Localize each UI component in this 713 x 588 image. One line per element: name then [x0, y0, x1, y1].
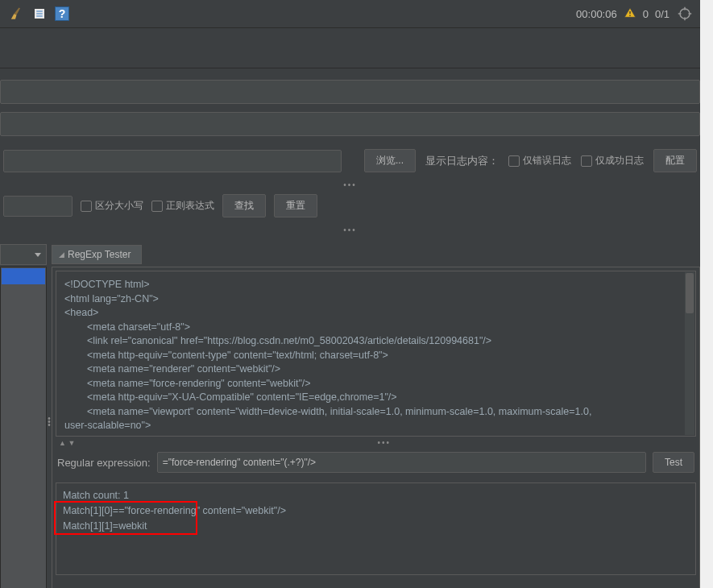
regex-input[interactable]: ="force-rendering" content="(.+?)"/>	[157, 452, 646, 473]
case-sensitive-label: 区分大小写	[95, 199, 143, 213]
regex-row: Regular expression: ="force-rendering" c…	[56, 447, 696, 478]
code-scrollbar[interactable]	[685, 272, 694, 435]
counter-ratio: 0/1	[655, 8, 669, 20]
code-textarea[interactable]: <!DOCTYPE html> <html lang="zh-CN"> <hea…	[56, 271, 696, 437]
arrow-up-down-icon[interactable]: ▲ ▼	[59, 439, 75, 447]
help-icon[interactable]: ?	[55, 6, 69, 21]
sidebar-list[interactable]	[0, 267, 47, 588]
code-line: <link rel="canonical" href="https://blog…	[64, 334, 687, 349]
toolbar-left: ?	[6, 5, 69, 23]
match-count-line: Match count: 1	[63, 488, 689, 503]
code-line: <!DOCTYPE html>	[64, 278, 687, 292]
code-line: <meta name="force-rendering" content="we…	[64, 377, 687, 391]
warning-icon[interactable]	[624, 6, 636, 22]
toolbar-right: 00:00:06 0 0/1	[576, 5, 694, 23]
separator-dots: •••	[0, 224, 700, 236]
target-icon[interactable]	[676, 5, 694, 23]
match-result-line: Match[1][1]=webkit	[63, 519, 689, 534]
code-line: user-scalable=no">	[64, 419, 687, 433]
input-field-1[interactable]	[0, 80, 700, 104]
only-success-label: 仅成功日志	[595, 154, 644, 168]
search-bar: 区分大小写 正则表达式 查找 重置	[0, 191, 700, 224]
content-area: ••• ◢ RegExp Tester <!DOCTYPE html> <htm…	[0, 244, 700, 588]
checkbox-icon	[151, 201, 163, 212]
vertical-gutter[interactable]: •••	[47, 244, 52, 588]
sidebar-active-item[interactable]	[2, 268, 45, 284]
case-sensitive-checkbox[interactable]: 区分大小写	[81, 199, 143, 213]
separator-row: ▲ ▼ •••	[56, 438, 696, 447]
counter-zero: 0	[643, 8, 649, 20]
svg-point-5	[629, 14, 631, 16]
list-icon[interactable]	[31, 5, 48, 23]
regex-mode-label: 正则表达式	[166, 199, 214, 213]
checkbox-icon	[508, 155, 520, 167]
tab-label: RegExp Tester	[68, 249, 131, 260]
code-line: <meta http-equiv="content-type" content=…	[64, 349, 687, 363]
editor-wrap: <!DOCTYPE html> <html lang="zh-CN"> <hea…	[52, 267, 700, 588]
only-error-checkbox[interactable]: 仅错误日志	[508, 154, 571, 168]
find-button[interactable]: 查找	[222, 194, 266, 217]
left-sidebar	[0, 244, 47, 588]
search-input[interactable]	[3, 196, 73, 217]
regex-input-value: ="force-rendering" content="(.+?)"/>	[163, 457, 316, 468]
reset-button[interactable]: 重置	[274, 194, 317, 217]
regex-mode-checkbox[interactable]: 正则表达式	[151, 199, 214, 213]
separator-dots: •••	[377, 438, 391, 447]
filter-input[interactable]	[3, 150, 342, 172]
code-line: <meta name="viewport" content="width=dev…	[64, 405, 687, 420]
separator-dots: •••	[0, 179, 700, 191]
page-scrollbar[interactable]	[700, 0, 713, 588]
code-line: <html lang="zh-CN">	[64, 292, 687, 307]
input-field-2[interactable]	[0, 112, 700, 136]
test-button[interactable]: Test	[653, 452, 694, 473]
scrollbar-thumb[interactable]	[686, 273, 694, 313]
only-success-checkbox[interactable]: 仅成功日志	[581, 154, 644, 168]
filter-bar: 浏览... 显示日志内容： 仅错误日志 仅成功日志 配置	[0, 136, 700, 179]
only-error-label: 仅错误日志	[523, 154, 571, 168]
browse-button[interactable]: 浏览...	[364, 149, 416, 172]
timer-text: 00:00:06	[576, 8, 617, 20]
match-result-line: Match[1][0]=="force-rendering" content="…	[63, 503, 689, 519]
code-line: <meta charset="utf-8">	[64, 321, 687, 335]
tab-bar: ◢ RegExp Tester	[52, 244, 700, 265]
main-panel: ◢ RegExp Tester <!DOCTYPE html> <html la…	[52, 244, 700, 588]
clear-icon[interactable]	[6, 5, 24, 23]
chevron-down-icon	[35, 253, 41, 257]
code-line: <meta name="renderer" content="webkit"/>	[64, 362, 687, 377]
spacer-panel	[0, 28, 700, 68]
config-button[interactable]: 配置	[653, 149, 697, 172]
toolbar: ? 00:00:06 0 0/1	[0, 0, 700, 28]
checkbox-icon	[81, 201, 92, 212]
pin-icon: ◢	[59, 251, 64, 259]
gutter-handle-icon: •••	[47, 417, 52, 427]
tab-regexp-tester[interactable]: ◢ RegExp Tester	[52, 245, 142, 264]
code-line: <head>	[64, 306, 687, 321]
checkbox-icon	[581, 155, 592, 167]
dropdown-toggle[interactable]	[0, 244, 47, 265]
regex-label: Regular expression:	[57, 457, 151, 469]
log-content-label: 显示日志内容：	[425, 154, 499, 168]
svg-point-6	[680, 9, 690, 19]
code-line: <meta http-equiv="X-UA-Compatible" conte…	[64, 391, 687, 405]
match-results[interactable]: Match count: 1 Match[1][0]=="force-rende…	[56, 482, 696, 575]
